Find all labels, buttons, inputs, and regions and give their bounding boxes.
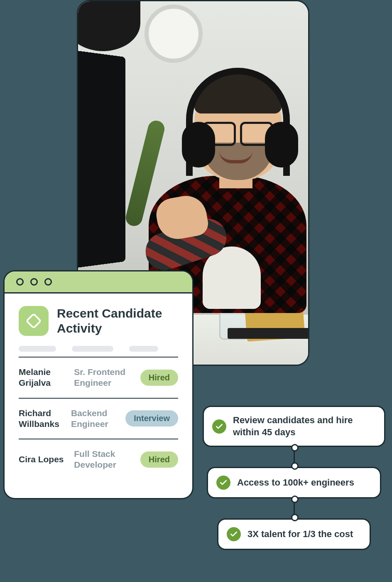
table-row: Richard Willbanks Backend Engineer Inter…	[19, 398, 178, 439]
feature-list: Review candidates and hire within 45 day…	[198, 406, 390, 550]
window-dot-icon	[44, 278, 52, 286]
activity-title: Recent Candidate Activity	[57, 306, 178, 336]
check-circle-icon	[227, 527, 241, 541]
connector-line-icon	[294, 447, 295, 467]
feature-item: Access to 100k+ engineers	[207, 467, 381, 498]
status-badge: Hired	[140, 370, 178, 386]
candidate-role: Backend Engineer	[71, 408, 121, 430]
keyboard-icon	[228, 328, 309, 339]
candidate-role: Sr. Frontend Engineer	[74, 367, 127, 389]
feature-text: Access to 100k+ engineers	[237, 477, 354, 489]
status-badge: Hired	[140, 451, 178, 468]
activity-diamond-icon	[19, 306, 49, 336]
candidate-role: Full Stack Developer	[74, 449, 127, 471]
feature-text: Review candidates and hire within 45 day…	[233, 414, 372, 438]
window-dot-icon	[16, 278, 24, 286]
connector-line-icon	[294, 498, 295, 518]
feature-item: Review candidates and hire within 45 day…	[203, 406, 385, 447]
feature-item: 3X talent for 1/3 the cost	[217, 518, 371, 550]
activity-table: Melanie Grijalva Sr. Frontend Engineer H…	[19, 357, 178, 480]
check-circle-icon	[216, 476, 230, 490]
recent-activity-card: Recent Candidate Activity Melanie Grijal…	[3, 270, 194, 499]
check-circle-icon	[212, 419, 226, 434]
status-badge: Interview	[125, 410, 178, 427]
candidate-name: Cira Lopes	[19, 454, 70, 465]
wall-clock-icon	[145, 5, 203, 63]
table-row: Cira Lopes Full Stack Developer Hired	[19, 439, 178, 480]
window-chrome	[5, 271, 192, 293]
column-placeholders	[19, 346, 178, 352]
table-row: Melanie Grijalva Sr. Frontend Engineer H…	[19, 357, 178, 398]
candidate-name: Melanie Grijalva	[19, 367, 70, 389]
candidate-name: Richard Willbanks	[19, 408, 67, 430]
feature-text: 3X talent for 1/3 the cost	[247, 528, 353, 540]
window-dot-icon	[30, 278, 38, 286]
monitor-icon	[77, 44, 125, 274]
